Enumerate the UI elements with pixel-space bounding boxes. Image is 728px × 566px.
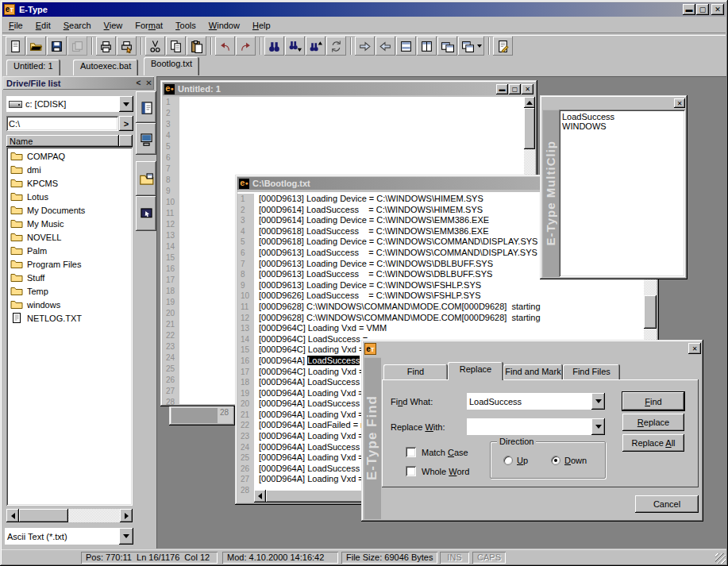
find-button[interactable]: Find xyxy=(622,392,684,410)
drive-dropdown-icon[interactable] xyxy=(119,96,133,112)
panel-collapse-icon[interactable]: < xyxy=(133,78,144,88)
file-item-compaq[interactable]: COMPAQ xyxy=(7,149,133,163)
find-dialog[interactable]: eT ✕ E-Type Find FindReplaceFind and Mar… xyxy=(361,340,703,522)
scroll-left-icon[interactable] xyxy=(254,490,266,502)
scroll-track[interactable] xyxy=(68,509,120,522)
scroll-thumb[interactable] xyxy=(524,108,535,149)
file-item-my-music[interactable]: My Music xyxy=(7,217,133,230)
doc-tab-autoexec-bat[interactable]: Autoexec.bat xyxy=(73,60,138,75)
column-header-stub[interactable] xyxy=(119,135,133,147)
file-item-netlog-txt[interactable]: NETLOG.TXT xyxy=(7,311,133,325)
toolbar-button-paste[interactable] xyxy=(187,37,206,56)
toolbar-button-properties[interactable] xyxy=(493,37,513,56)
multiclip-item[interactable]: WINDOWS xyxy=(562,121,685,131)
cancel-button[interactable]: Cancel xyxy=(635,495,699,513)
multiclip-panel[interactable]: ✕ E-Type MultiClip LoadSuccessWINDOWS xyxy=(540,95,688,279)
background-window-fragment[interactable]: 28 xyxy=(169,406,235,425)
dropdown-arrow-icon[interactable] xyxy=(477,44,482,48)
find-dialog-titlebar[interactable]: eT ✕ xyxy=(364,342,701,357)
direction-up-radio[interactable] xyxy=(503,456,513,465)
menu-edit[interactable]: Edit xyxy=(29,19,57,32)
find-tab-find-and-mark[interactable]: Find and Mark xyxy=(503,364,563,379)
replace-with-combobox[interactable] xyxy=(467,418,605,435)
file-type-dropdown-icon[interactable] xyxy=(119,528,133,545)
toolbar-button-redo[interactable] xyxy=(236,37,256,56)
toolbar-button-print[interactable] xyxy=(96,37,116,56)
multiclip-item[interactable]: LoadSuccess xyxy=(562,112,685,121)
toolbar-button-window-list[interactable] xyxy=(458,37,484,56)
close-icon[interactable]: ✕ xyxy=(522,84,533,94)
side-tab-monitor[interactable] xyxy=(136,196,156,231)
close-icon[interactable]: ✕ xyxy=(711,4,724,15)
menu-search[interactable]: Search xyxy=(57,19,98,32)
toolbar-button-tile-horizontal[interactable] xyxy=(396,37,416,56)
replace-button[interactable]: Replace xyxy=(622,414,684,431)
toolbar-button-shift-left[interactable] xyxy=(376,37,395,56)
file-item-windows[interactable]: windows xyxy=(7,298,133,311)
minimize-icon[interactable]: ▬ xyxy=(496,84,508,94)
multiclip-titlebar[interactable]: ✕ xyxy=(542,98,685,110)
resize-grip[interactable] xyxy=(715,553,726,564)
toolbar-button-replace-cycle[interactable] xyxy=(326,37,346,56)
find-what-combobox[interactable]: LoadSuccess xyxy=(467,393,605,410)
find-tab-replace[interactable]: Replace xyxy=(448,362,503,380)
scroll-thumb[interactable] xyxy=(19,509,68,522)
file-item-lotus[interactable]: Lotus xyxy=(7,190,133,203)
toolbar-button-print-setup[interactable] xyxy=(117,37,137,56)
toolbar-button-shift-right[interactable] xyxy=(355,37,375,56)
toolbar-button-tile-vertical[interactable] xyxy=(417,37,437,56)
find-tab-find-files[interactable]: Find Files xyxy=(563,364,620,379)
close-icon[interactable]: ✕ xyxy=(674,98,685,108)
scroll-right-icon[interactable] xyxy=(120,509,133,522)
scroll-thumb[interactable] xyxy=(644,295,657,329)
toolbar-button-cut[interactable] xyxy=(145,37,165,56)
menu-help[interactable]: Help xyxy=(246,19,277,32)
minimize-icon[interactable]: ▬ xyxy=(683,4,695,15)
side-tab-folder-window[interactable] xyxy=(136,161,156,196)
scroll-left-icon[interactable] xyxy=(6,509,19,522)
maximize-icon[interactable]: ▢ xyxy=(509,84,521,94)
toolbar-button-undo[interactable] xyxy=(215,37,235,56)
drive-combobox[interactable]: c: [CDISK] xyxy=(6,96,133,112)
toolbar-button-save-all[interactable] xyxy=(67,37,87,56)
scroll-up-icon[interactable] xyxy=(524,97,535,108)
maximize-icon[interactable]: ▢ xyxy=(696,4,709,15)
path-input[interactable]: C:\ xyxy=(6,116,118,131)
menu-tools[interactable]: Tools xyxy=(169,19,202,32)
find-tab-find[interactable]: Find xyxy=(383,364,448,379)
untitled-window-titlebar[interactable]: e● Untitled: 1 ▬ ▢ ✕ xyxy=(163,83,535,95)
close-icon[interactable]: ✕ xyxy=(688,343,701,354)
file-item-novell[interactable]: NOVELL xyxy=(7,230,133,244)
toolbar-button-find-next[interactable] xyxy=(285,37,305,56)
toolbar-button-open-folder[interactable] xyxy=(26,37,46,56)
file-item-temp[interactable]: Temp xyxy=(7,284,133,298)
file-item-stuff[interactable]: Stuff xyxy=(7,271,133,284)
replace-with-dropdown-icon[interactable] xyxy=(591,418,605,435)
whole-word-checkbox[interactable] xyxy=(406,466,416,476)
toolbar-button-new-document[interactable] xyxy=(6,37,25,56)
menu-file[interactable]: File xyxy=(2,19,29,32)
file-item-program-files[interactable]: Program Files xyxy=(7,257,133,271)
toolbar-button-copy[interactable] xyxy=(166,37,186,56)
doc-tab-bootlog-txt[interactable]: Bootlog.txt xyxy=(144,57,199,75)
find-what-dropdown-icon[interactable] xyxy=(591,393,605,410)
file-item-my-documents[interactable]: My Documents xyxy=(7,203,133,217)
file-item-kpcms[interactable]: KPCMS xyxy=(7,176,133,190)
side-tab-address-book[interactable] xyxy=(136,91,156,123)
file-type-combobox[interactable]: Ascii Text (*.txt) xyxy=(5,528,133,545)
menu-view[interactable]: View xyxy=(98,19,129,32)
doc-tab-untitled-1[interactable]: Untitled: 1 xyxy=(6,60,60,75)
menu-window[interactable]: Window xyxy=(202,19,246,32)
replace-all-button[interactable]: Replace All xyxy=(622,434,684,452)
panel-close-icon[interactable]: ✕ xyxy=(144,78,154,88)
match-case-checkbox[interactable] xyxy=(406,447,416,457)
column-header-name[interactable]: Name xyxy=(6,135,119,147)
toolbar-button-save[interactable] xyxy=(47,37,67,56)
menu-format[interactable]: Format xyxy=(129,19,169,32)
side-tab-computer[interactable] xyxy=(136,123,156,155)
toolbar-button-find[interactable] xyxy=(264,37,284,56)
file-list-hscrollbar[interactable] xyxy=(6,509,133,522)
toolbar-button-cascade[interactable] xyxy=(437,37,457,56)
file-item-dmi[interactable]: dmi xyxy=(7,163,133,176)
file-item-palm[interactable]: Palm xyxy=(7,244,133,257)
